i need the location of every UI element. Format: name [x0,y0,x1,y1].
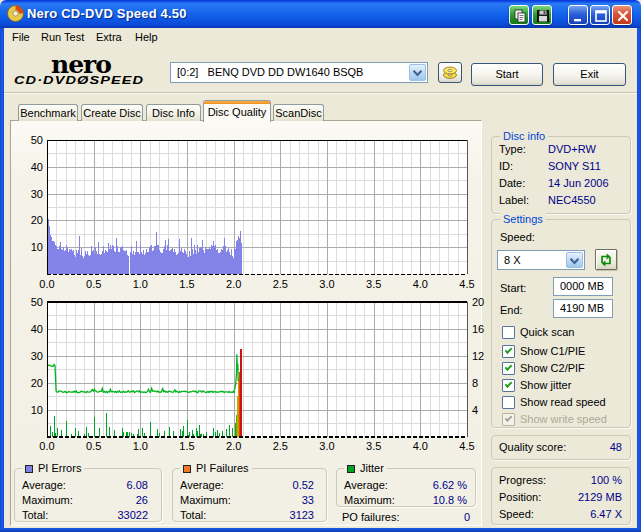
checkbox-label: Quick scan [520,326,574,338]
combo-dropdown-button[interactable] [409,64,426,81]
start-position-field[interactable]: 0000 MB [553,277,613,296]
end-position-label: End: [500,304,523,316]
refresh-speeds-button[interactable] [595,249,617,270]
quality-score-group: Quality score: 48 [491,435,631,460]
maximum-label: Maximum: [22,494,73,506]
svg-text:50: 50 [31,134,43,146]
svg-text:4.0: 4.0 [413,278,428,290]
jitter-average-row: Average:6.62 % [344,479,467,493]
maximum-value: 33 [302,494,314,506]
eject-disc-button[interactable] [438,62,462,83]
disc-eject-icon [442,65,458,80]
position-value: 2129 MB [578,491,622,503]
svg-text:2.0: 2.0 [226,278,241,290]
disc-label-label: Label: [499,194,529,206]
pi-failures-maximum-row: Maximum:33 [180,494,318,508]
window-border-bottom [0,528,641,532]
start-button[interactable]: Start [471,63,543,86]
maximum-label: Maximum: [180,494,231,506]
logo-cd-dvd: CD·DVD [14,74,77,87]
svg-text:1.5: 1.5 [179,440,194,452]
tab-disc-quality[interactable]: Disc Quality [203,100,271,122]
end-position-field[interactable]: 4190 MB [553,299,613,318]
disc-id-row: ID:SONY S11 [499,160,622,174]
progress-row: Progress: 100 % [499,474,622,488]
position-label: Position: [499,491,541,503]
svg-text:3.5: 3.5 [366,440,381,452]
copy-button[interactable] [509,5,529,25]
minimize-button[interactable] [568,5,588,25]
tab-disc-info[interactable]: Disc Info [146,104,201,121]
maximize-button[interactable] [590,5,610,25]
svg-text:4.5: 4.5 [459,440,474,452]
pi-errors-maximum-row: Maximum:26 [22,494,153,508]
average-value: 6.62 % [433,479,467,491]
tab-benchmark[interactable]: Benchmark [18,104,78,121]
menu-run-test[interactable]: Run Test [41,31,84,43]
svg-text:10: 10 [31,241,43,253]
checkbox-box[interactable] [502,362,515,375]
jitter-title: Jitter [344,462,387,474]
drive-select-combo[interactable]: [0:2] BENQ DVD DD DW1640 BSQB [170,62,428,83]
svg-text:30: 30 [31,188,43,200]
maximize-icon [592,7,610,25]
svg-text:0.5: 0.5 [86,278,101,290]
close-icon [614,7,632,25]
po-failures-label: PO failures: [342,511,399,523]
disc-type-row: Type:DVD+RW [499,143,622,157]
pi-failures-title-text: PI Failures [196,462,249,474]
exit-button[interactable]: Exit [553,63,626,86]
speed-combo[interactable]: 8 X [497,250,585,270]
header-divider [4,92,637,94]
checkbox-label: Show C2/PIF [520,362,585,374]
pi-errors-group: PI Errors Average:6.08 Maximum:26 Total:… [14,468,162,522]
window-border-right [637,28,641,528]
minimize-icon [570,7,588,25]
speed-value: 6.47 X [590,508,622,520]
save-button[interactable] [532,5,552,25]
menu-file[interactable]: File [12,31,30,43]
tab-scandisc[interactable]: ScanDisc [273,104,324,121]
close-button[interactable] [612,5,632,25]
window-border-left [0,28,4,528]
svg-text:30: 30 [31,350,43,362]
svg-text:1.5: 1.5 [179,278,194,290]
speed-combo-dropdown-button[interactable] [566,252,583,268]
checkbox-box[interactable] [502,396,515,409]
svg-text:8: 8 [472,377,478,389]
quality-score-row: Quality score: 48 [499,441,622,455]
average-label: Average: [22,479,66,491]
disc-info-title: Disc info [500,130,548,142]
jitter-group: Jitter Average:6.62 % Maximum:10.8 % [336,468,476,507]
average-value: 0.52 [293,479,314,491]
svg-text:0.5: 0.5 [86,440,101,452]
total-value: 33022 [117,509,148,521]
checkbox-label: Show read speed [520,396,606,408]
svg-text:3.5: 3.5 [366,278,381,290]
drive-combo-value: [0:2] BENQ DVD DD DW1640 BSQB [177,66,363,78]
menu-extra[interactable]: Extra [96,31,122,43]
window-title: Nero CD-DVD Speed 4.50 [27,6,187,21]
checkbox-box[interactable] [502,345,515,358]
tab-create-disc[interactable]: Create Disc [81,104,143,121]
title-bar: Nero CD-DVD Speed 4.50 [0,0,641,28]
svg-text:16: 16 [472,323,484,335]
disc-date-label: Date: [499,177,525,189]
menu-help[interactable]: Help [135,31,158,43]
checkbox-box[interactable] [502,413,515,426]
svg-text:4.0: 4.0 [413,440,428,452]
speed-combo-value: 8 X [504,254,521,266]
svg-text:20: 20 [472,296,484,308]
average-label: Average: [180,479,224,491]
speed-row: Speed: 6.47 X [499,508,622,522]
chevron-down-icon [413,70,422,77]
quality-score-value: 48 [610,441,622,453]
total-label: Total: [22,509,48,521]
disc-type-label: Type: [499,143,526,155]
checkbox-box[interactable] [502,326,515,339]
maximum-value: 10.8 % [433,494,467,506]
pi-errors-average-row: Average:6.08 [22,479,153,493]
position-row: Position: 2129 MB [499,491,622,505]
checkbox-box[interactable] [502,379,515,392]
disc-label-value: NEC4550 [548,194,596,206]
